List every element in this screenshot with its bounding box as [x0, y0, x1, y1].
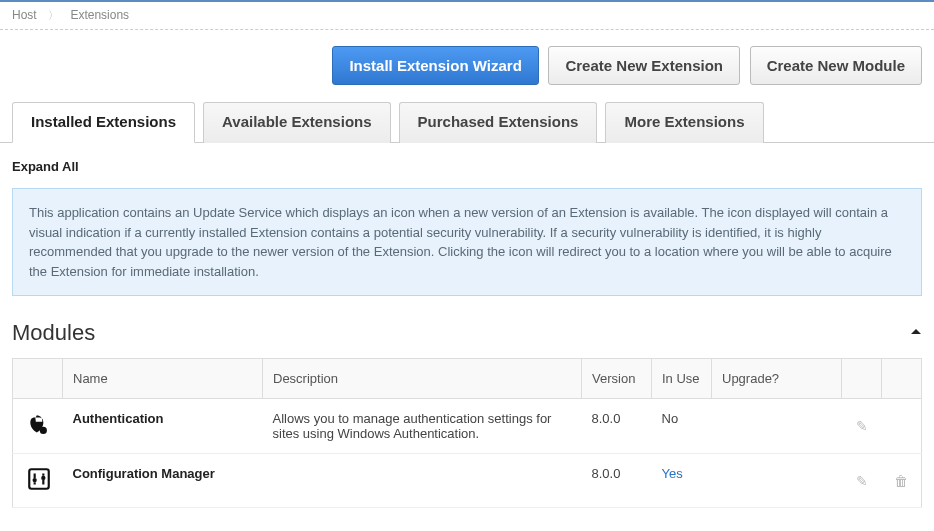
- module-upgrade: [712, 399, 842, 454]
- install-extension-wizard-button[interactable]: Install Extension Wizard: [332, 46, 538, 85]
- table-row: Authentication Allows you to manage auth…: [13, 399, 922, 454]
- svg-point-4: [41, 476, 45, 480]
- info-box: This application contains an Update Serv…: [12, 188, 922, 296]
- module-icon-cell: [13, 399, 63, 454]
- configuration-manager-icon: [26, 466, 50, 490]
- edit-icon[interactable]: ✎: [856, 418, 868, 434]
- expand-all-link[interactable]: Expand All: [12, 159, 79, 174]
- module-upgrade: [712, 454, 842, 508]
- edit-icon[interactable]: ✎: [856, 473, 868, 489]
- section-title: Modules: [12, 320, 95, 346]
- create-new-module-button[interactable]: Create New Module: [750, 46, 922, 85]
- module-description: Allows you to manage authentication sett…: [263, 399, 582, 454]
- breadcrumb-root[interactable]: Host: [12, 8, 37, 22]
- delete-icon[interactable]: 🗑: [894, 473, 908, 489]
- table-header-version: Version: [582, 359, 652, 399]
- table-header-upgrade: Upgrade?: [712, 359, 842, 399]
- table-header-description: Description: [263, 359, 582, 399]
- svg-rect-1: [42, 427, 45, 429]
- tab-more-extensions[interactable]: More Extensions: [605, 102, 763, 143]
- table-header-edit: [842, 359, 882, 399]
- module-inuse: Yes: [652, 454, 712, 508]
- tab-available-extensions[interactable]: Available Extensions: [203, 102, 391, 143]
- collapse-icon[interactable]: [910, 325, 922, 341]
- module-version: 8.0.0: [582, 399, 652, 454]
- chevron-right-icon: 〉: [48, 9, 59, 21]
- module-description: [263, 454, 582, 508]
- breadcrumb-current: Extensions: [70, 8, 129, 22]
- svg-point-3: [32, 478, 36, 482]
- table-header-icon: [13, 359, 63, 399]
- tabs: Installed Extensions Available Extension…: [0, 101, 934, 143]
- create-new-extension-button[interactable]: Create New Extension: [548, 46, 740, 85]
- tab-purchased-extensions[interactable]: Purchased Extensions: [399, 102, 598, 143]
- breadcrumb: Host 〉 Extensions: [0, 2, 934, 27]
- section-header: Modules: [12, 320, 922, 346]
- divider: [0, 29, 934, 30]
- tab-installed-extensions[interactable]: Installed Extensions: [12, 102, 195, 143]
- inuse-link[interactable]: Yes: [662, 466, 683, 481]
- module-icon-cell: [13, 454, 63, 508]
- authentication-icon: [26, 412, 50, 436]
- modules-table: Name Description Version In Use Upgrade?…: [12, 358, 922, 508]
- table-header-inuse: In Use: [652, 359, 712, 399]
- module-inuse: No: [652, 399, 712, 454]
- table-header-delete: [882, 359, 922, 399]
- module-name: Configuration Manager: [63, 454, 263, 508]
- table-row: Configuration Manager 8.0.0 Yes ✎ 🗑: [13, 454, 922, 508]
- action-bar: Install Extension Wizard Create New Exte…: [0, 46, 934, 101]
- table-header-name: Name: [63, 359, 263, 399]
- module-name: Authentication: [63, 399, 263, 454]
- module-version: 8.0.0: [582, 454, 652, 508]
- svg-rect-2: [29, 469, 49, 489]
